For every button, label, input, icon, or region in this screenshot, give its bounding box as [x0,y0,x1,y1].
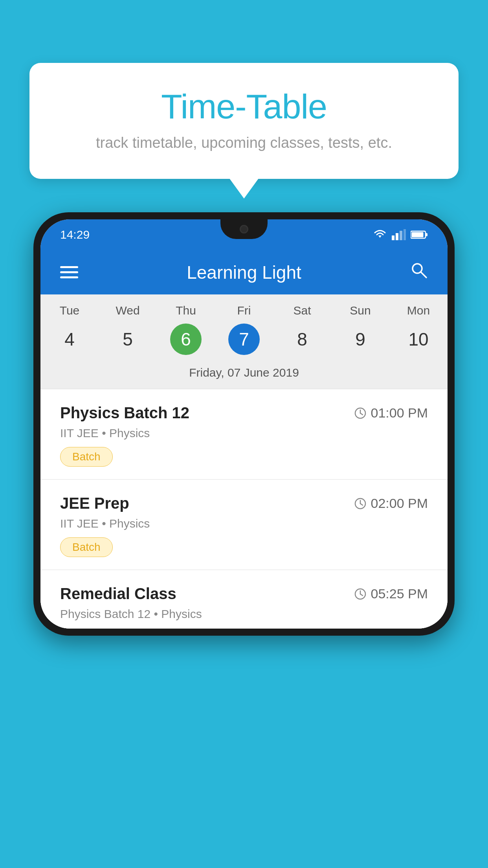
class-name-1: Physics Batch 12 [60,404,189,422]
svg-line-11 [360,413,363,415]
day-7-selected[interactable]: 7 [215,324,273,355]
class-card-3[interactable]: Remedial Class 05:25 PM Physics Batch 12… [40,570,448,629]
svg-rect-0 [392,235,394,240]
day-names-row: Tue Wed Thu Fri Sat Sun Mon [40,294,448,320]
class-meta-1: IIT JEE • Physics [60,427,428,440]
status-time: 14:29 [60,228,90,241]
class-time-1: 01:00 PM [354,405,428,421]
tooltip-card: Time-Table track timetable, upcoming cla… [29,63,459,179]
clock-icon-2 [354,497,367,510]
notch [220,219,268,239]
class-meta-2: IIT JEE • Physics [60,517,428,530]
svg-line-17 [360,594,363,596]
battery-icon [411,230,428,239]
day-name-tue: Tue [40,304,99,317]
day-name-mon: Mon [389,304,448,317]
svg-line-8 [421,272,426,278]
day-numbers-row: 4 5 6 7 8 9 10 [40,320,448,363]
day-8[interactable]: 8 [273,324,331,355]
wifi-icon [373,229,387,240]
batch-badge-2: Batch [60,537,113,557]
svg-rect-2 [400,231,402,240]
day-name-fri: Fri [215,304,273,317]
batch-badge-1: Batch [60,447,113,467]
class-card-2[interactable]: JEE Prep 02:00 PM IIT JEE • Physics Batc… [40,480,448,570]
class-card-1[interactable]: Physics Batch 12 01:00 PM IIT JEE • Phys… [40,389,448,480]
camera-dot [240,225,248,234]
status-icons [373,229,428,240]
day-name-wed: Wed [99,304,157,317]
svg-line-14 [360,504,363,505]
svg-rect-3 [404,229,406,240]
calendar-section: Tue Wed Thu Fri Sat Sun Mon 4 5 6 7 8 9 … [40,294,448,389]
selected-date-label: Friday, 07 June 2019 [40,363,448,389]
search-button[interactable] [410,261,428,283]
signal-icon [392,229,406,240]
class-list: Physics Batch 12 01:00 PM IIT JEE • Phys… [40,389,448,629]
phone-container: 14:29 [33,212,455,868]
day-5[interactable]: 5 [99,324,157,355]
svg-rect-6 [412,232,424,237]
clock-icon-1 [354,407,367,419]
phone-outer: 14:29 [33,212,455,636]
day-4[interactable]: 4 [40,324,99,355]
class-meta-3: Physics Batch 12 • Physics [60,607,428,621]
day-10[interactable]: 10 [389,324,448,355]
clock-icon-3 [354,588,367,600]
day-name-sat: Sat [273,304,331,317]
tooltip-title: Time-Table [49,86,439,127]
status-bar: 14:29 [40,219,448,250]
day-9[interactable]: 9 [331,324,389,355]
class-time-2: 02:00 PM [354,496,428,511]
day-6-today[interactable]: 6 [157,324,215,355]
hamburger-button[interactable] [60,266,78,278]
day-name-thu: Thu [157,304,215,317]
class-time-3: 05:25 PM [354,586,428,601]
class-name-3: Remedial Class [60,585,176,603]
phone-inner: 14:29 [40,219,448,629]
class-name-2: JEE Prep [60,495,129,512]
app-bar: Learning Light [40,250,448,294]
app-title: Learning Light [187,262,301,283]
svg-rect-5 [426,233,427,236]
svg-rect-1 [396,233,398,240]
day-name-sun: Sun [331,304,389,317]
tooltip-subtitle: track timetable, upcoming classes, tests… [49,134,439,151]
